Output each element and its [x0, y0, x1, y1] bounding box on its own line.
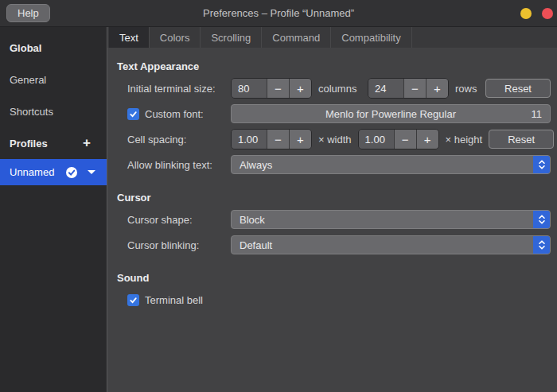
blinking-text-row: Allow blinking text: Always — [117, 152, 551, 177]
cursor-shape-selected-value: Block — [240, 214, 265, 226]
columns-decrement-button[interactable]: − — [267, 79, 289, 98]
cursor-blinking-dropdown[interactable]: Default — [231, 235, 551, 254]
sidebar-item-label: Shortcuts — [10, 106, 53, 118]
cell-width-decrement-button[interactable]: − — [267, 130, 289, 149]
tab-bar: Text Colors Scrolling Command Compatibil… — [107, 27, 557, 48]
columns-increment-button[interactable]: + — [289, 79, 311, 98]
cell-height-increment-button[interactable]: + — [416, 130, 438, 149]
sidebar-item-unnamed[interactable]: Unnamed — [0, 159, 107, 185]
blinking-text-label: Allow blinking text: — [127, 159, 231, 171]
columns-unit-label: columns — [318, 83, 361, 95]
font-size-value: 11 — [532, 108, 543, 120]
rows-increment-button[interactable]: + — [426, 79, 448, 98]
cursor-shape-label: Cursor shape: — [127, 214, 231, 226]
sidebar-item-general[interactable]: General — [0, 64, 107, 95]
updown-chevrons-icon[interactable] — [533, 211, 550, 228]
window-controls — [520, 0, 553, 26]
minimize-button[interactable] — [520, 8, 532, 19]
cursor-blinking-row: Cursor blinking: Default — [117, 232, 551, 258]
sidebar-item-label: Global — [10, 42, 41, 54]
cell-width-value[interactable]: 1.00 — [232, 130, 267, 149]
cell-width-unit-label: × width — [318, 134, 352, 146]
cell-height-stepper: 1.00 − + — [358, 129, 439, 149]
custom-font-label: Custom font: — [145, 108, 204, 120]
cell-width-increment-button[interactable]: + — [289, 130, 311, 149]
tab-command[interactable]: Command — [262, 27, 331, 48]
cursor-shape-row: Cursor shape: Block — [117, 207, 551, 232]
sidebar-item-profiles: Profiles + — [0, 127, 107, 159]
tab-colors[interactable]: Colors — [150, 27, 201, 48]
cell-height-decrement-button[interactable]: − — [394, 130, 416, 149]
terminal-bell-checkbox[interactable] — [127, 294, 139, 306]
close-button[interactable] — [542, 8, 553, 19]
columns-stepper: 80 − + — [231, 78, 312, 99]
updown-chevrons-icon[interactable] — [533, 236, 550, 254]
reset-size-button[interactable]: Reset — [485, 79, 551, 98]
custom-font-row: Custom font: Menlo for Powerline Regular… — [117, 101, 551, 126]
tab-text[interactable]: Text — [109, 27, 150, 48]
cell-height-unit-label: × height — [446, 134, 483, 146]
sidebar-item-label: Unnamed — [10, 166, 54, 178]
rows-stepper: 24 − + — [368, 78, 449, 99]
tab-compatibility[interactable]: Compatibility — [331, 27, 411, 48]
cell-height-value[interactable]: 1.00 — [359, 130, 394, 149]
updown-chevrons-icon[interactable] — [533, 156, 550, 173]
help-button[interactable]: Help — [6, 4, 50, 22]
main-panel: Text Colors Scrolling Command Compatibil… — [107, 27, 557, 392]
blinking-text-selected-value: Always — [240, 159, 272, 171]
sidebar: Global General Shortcuts Profiles + Unna… — [0, 27, 107, 392]
rows-value[interactable]: 24 — [368, 79, 403, 98]
initial-terminal-size-label: Initial terminal size: — [127, 83, 231, 95]
cursor-blinking-label: Cursor blinking: — [127, 239, 231, 251]
titlebar: Help Preferences – Profile “Unnamed” — [0, 0, 557, 27]
tab-scrolling[interactable]: Scrolling — [201, 27, 262, 48]
cell-width-stepper: 1.00 − + — [231, 129, 312, 149]
settings-content: Text Appearance Initial terminal size: 8… — [107, 48, 557, 392]
sidebar-item-shortcuts[interactable]: Shortcuts — [0, 95, 107, 127]
rows-decrement-button[interactable]: − — [403, 79, 426, 98]
sidebar-item-label: General — [10, 74, 46, 86]
initial-terminal-size-row: Initial terminal size: 80 − + columns 24… — [117, 76, 551, 101]
chevron-down-icon[interactable] — [88, 170, 95, 174]
section-heading-text-appearance: Text Appearance — [117, 60, 551, 72]
section-heading-sound: Sound — [117, 272, 551, 284]
cursor-blinking-selected-value: Default — [240, 239, 272, 251]
terminal-bell-row: Terminal bell — [117, 287, 551, 312]
font-picker-button[interactable]: Menlo for Powerline Regular 11 — [231, 104, 551, 123]
sidebar-item-label: Profiles — [10, 138, 48, 149]
cell-spacing-label: Cell spacing: — [127, 134, 231, 146]
custom-font-label-group: Custom font: — [127, 108, 231, 120]
custom-font-checkbox[interactable] — [127, 108, 139, 120]
reset-spacing-button[interactable]: Reset — [489, 130, 554, 149]
cursor-shape-dropdown[interactable]: Block — [231, 210, 551, 229]
rows-unit-label: rows — [455, 83, 477, 95]
add-profile-button[interactable]: + — [83, 135, 91, 151]
font-name: Menlo for Powerline Regular — [325, 108, 456, 120]
section-heading-cursor: Cursor — [117, 192, 551, 204]
blinking-text-dropdown[interactable]: Always — [231, 155, 551, 174]
window-title: Preferences – Profile “Unnamed” — [0, 7, 557, 19]
sidebar-item-global[interactable]: Global — [0, 32, 107, 64]
columns-value[interactable]: 80 — [232, 79, 267, 98]
cell-spacing-row: Cell spacing: 1.00 − + × width 1.00 − + … — [117, 126, 551, 152]
terminal-bell-label: Terminal bell — [145, 294, 203, 306]
check-circle-icon — [65, 166, 78, 179]
